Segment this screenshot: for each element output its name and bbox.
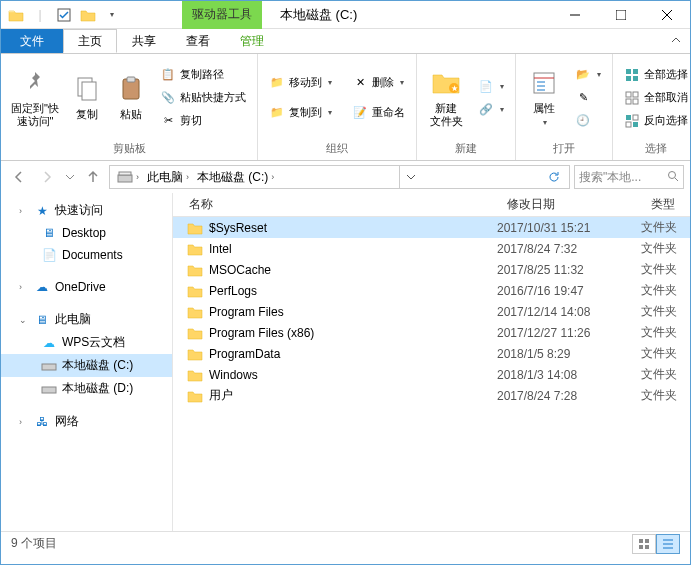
file-type: 文件夹 xyxy=(641,303,690,320)
delete-button[interactable]: ✕删除▾ xyxy=(347,72,410,94)
new-folder-button[interactable]: ★ 新建 文件夹 xyxy=(423,58,469,138)
folder-icon xyxy=(187,368,203,382)
copyto-icon: 📁 xyxy=(269,105,285,121)
properties-button[interactable]: 属性▾ xyxy=(522,58,566,138)
item-count: 9 个项目 xyxy=(11,535,57,552)
file-type: 文件夹 xyxy=(641,261,690,278)
tree-onedrive[interactable]: ›☁OneDrive xyxy=(1,276,172,298)
invert-selection-button[interactable]: 反向选择 xyxy=(619,110,691,132)
svg-line-27 xyxy=(675,178,678,181)
file-row[interactable]: Intel2017/8/24 7:32文件夹 xyxy=(173,238,690,259)
file-row[interactable]: $SysReset2017/10/31 15:21文件夹 xyxy=(173,217,690,238)
svg-rect-24 xyxy=(118,175,132,182)
tree-drive-c[interactable]: 本地磁盘 (C:) xyxy=(1,354,172,377)
rename-button[interactable]: 📝重命名 xyxy=(347,102,410,124)
close-button[interactable] xyxy=(644,1,690,29)
file-row[interactable]: Windows2018/1/3 14:08文件夹 xyxy=(173,364,690,385)
qat-folder-icon[interactable] xyxy=(77,4,99,26)
col-type[interactable]: 类型 xyxy=(641,196,690,213)
group-label: 选择 xyxy=(619,139,691,158)
tab-file[interactable]: 文件 xyxy=(1,29,63,53)
col-name[interactable]: 名称 xyxy=(173,196,497,213)
crumb-drive-icon[interactable]: › xyxy=(114,170,142,184)
open-button[interactable]: 📂▾ xyxy=(570,64,606,86)
file-date: 2017/10/31 15:21 xyxy=(497,221,641,235)
new-item-button[interactable]: 📄▾ xyxy=(473,75,509,97)
file-type: 文件夹 xyxy=(641,366,690,383)
select-all-button[interactable]: 全部选择 xyxy=(619,64,691,86)
refresh-button[interactable] xyxy=(543,166,565,188)
file-type: 文件夹 xyxy=(641,240,690,257)
breadcrumb[interactable]: › 此电脑› 本地磁盘 (C:)› xyxy=(109,165,570,189)
file-date: 2017/12/14 14:08 xyxy=(497,305,641,319)
nav-recent-button[interactable] xyxy=(63,165,77,189)
pin-button[interactable]: 固定到"快速访问" xyxy=(7,58,63,138)
tree-desktop[interactable]: 🖥Desktop xyxy=(1,222,172,244)
svg-rect-29 xyxy=(42,387,56,393)
file-row[interactable]: PerfLogs2016/7/16 19:47文件夹 xyxy=(173,280,690,301)
view-thumbnails-button[interactable] xyxy=(632,534,656,554)
nav-up-button[interactable] xyxy=(81,165,105,189)
cloud-icon: ☁ xyxy=(41,335,57,351)
file-name: PerfLogs xyxy=(209,284,257,298)
group-label: 组织 xyxy=(264,139,410,158)
tree-wps[interactable]: ☁WPS云文档 xyxy=(1,331,172,354)
search-input[interactable]: 搜索"本地... xyxy=(574,165,684,189)
easy-access-button[interactable]: 🔗▾ xyxy=(473,98,509,120)
copy-button[interactable]: 复制 xyxy=(67,58,107,138)
pc-icon: 🖥 xyxy=(34,312,50,328)
breadcrumb-dropdown-icon[interactable] xyxy=(399,166,421,188)
maximize-button[interactable] xyxy=(598,1,644,29)
tab-manage[interactable]: 管理 xyxy=(225,29,279,53)
scissors-icon: ✂ xyxy=(160,113,176,129)
file-name: Windows xyxy=(209,368,258,382)
svg-text:★: ★ xyxy=(451,84,458,93)
contextual-tool-tab[interactable]: 驱动器工具 xyxy=(182,1,262,29)
file-row[interactable]: 用户2017/8/24 7:28文件夹 xyxy=(173,385,690,406)
crumb-this-pc[interactable]: 此电脑› xyxy=(144,169,192,186)
file-row[interactable]: ProgramData2018/1/5 8:29文件夹 xyxy=(173,343,690,364)
file-name: $SysReset xyxy=(209,221,267,235)
tab-home[interactable]: 主页 xyxy=(63,29,117,53)
edit-button[interactable]: ✎ xyxy=(570,87,606,109)
svg-rect-2 xyxy=(616,10,626,20)
minimize-button[interactable] xyxy=(552,1,598,29)
navigation-pane: ›★快速访问 🖥Desktop 📄Documents ›☁OneDrive ⌄🖥… xyxy=(1,193,173,531)
file-date: 2017/8/25 11:32 xyxy=(497,263,641,277)
paste-button[interactable]: 粘贴 xyxy=(111,58,151,138)
cut-button[interactable]: ✂剪切 xyxy=(155,110,251,132)
tree-quick-access[interactable]: ›★快速访问 xyxy=(1,199,172,222)
copy-path-button[interactable]: 📋复制路径 xyxy=(155,64,251,86)
paste-shortcut-button[interactable]: 📎粘贴快捷方式 xyxy=(155,87,251,109)
select-all-icon xyxy=(624,67,640,83)
tree-drive-d[interactable]: 本地磁盘 (D:) xyxy=(1,377,172,400)
file-name: ProgramData xyxy=(209,347,280,361)
qat-dropdown-icon[interactable]: ▾ xyxy=(101,4,123,26)
ribbon-group-select: 全部选择 全部取消 反向选择 选择 xyxy=(613,54,691,160)
tree-documents[interactable]: 📄Documents xyxy=(1,244,172,266)
file-row[interactable]: MSOCache2017/8/25 11:32文件夹 xyxy=(173,259,690,280)
ribbon-collapse-icon[interactable] xyxy=(662,29,690,53)
column-headers: 名称 修改日期 类型 xyxy=(173,193,690,217)
qat-checkbox-icon[interactable] xyxy=(53,4,75,26)
view-details-button[interactable] xyxy=(656,534,680,554)
folder-icon[interactable] xyxy=(5,4,27,26)
crumb-drive-c[interactable]: 本地磁盘 (C:)› xyxy=(194,169,277,186)
file-date: 2017/8/24 7:32 xyxy=(497,242,641,256)
folder-icon xyxy=(187,221,203,235)
file-row[interactable]: Program Files (x86)2017/12/27 11:26文件夹 xyxy=(173,322,690,343)
folder-icon xyxy=(187,284,203,298)
tab-share[interactable]: 共享 xyxy=(117,29,171,53)
tree-network[interactable]: ›🖧网络 xyxy=(1,410,172,433)
nav-back-button[interactable] xyxy=(7,165,31,189)
history-button[interactable]: 🕘 xyxy=(570,110,606,132)
tree-this-pc[interactable]: ⌄🖥此电脑 xyxy=(1,308,172,331)
file-row[interactable]: Program Files2017/12/14 14:08文件夹 xyxy=(173,301,690,322)
select-none-button[interactable]: 全部取消 xyxy=(619,87,691,109)
file-name: 用户 xyxy=(209,387,233,404)
col-date[interactable]: 修改日期 xyxy=(497,196,641,213)
nav-forward-button[interactable] xyxy=(35,165,59,189)
move-to-button[interactable]: 📁移动到▾ xyxy=(264,72,337,94)
tab-view[interactable]: 查看 xyxy=(171,29,225,53)
copy-to-button[interactable]: 📁复制到▾ xyxy=(264,102,337,124)
